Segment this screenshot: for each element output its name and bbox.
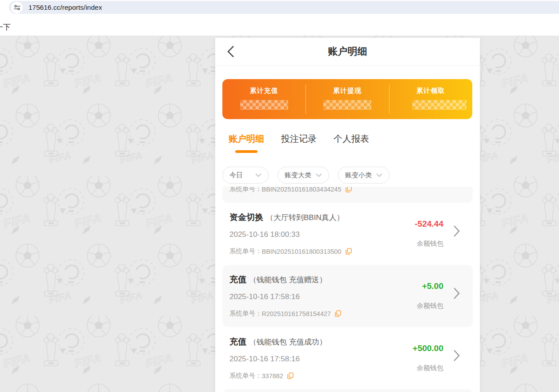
order-number: 337882: [262, 372, 283, 380]
transaction-datetime: 2025-10-16 17:58:16: [229, 292, 300, 301]
report-tabs: 账户明细 投注记录 个人报表: [229, 133, 369, 153]
copy-icon: [287, 372, 294, 379]
filter-label: 账变大类: [285, 171, 311, 180]
summary-card: 累计充值 累计提现 累计领取: [222, 79, 472, 119]
row-detail-button[interactable]: [454, 288, 460, 299]
wallet-label: 余额钱包: [417, 364, 443, 372]
system-order-number: 系统单号：BBIN202510161803434245: [229, 187, 352, 193]
wallet-label: 余额钱包: [417, 302, 443, 310]
copy-button[interactable]: [346, 187, 352, 192]
wallet-label: 余额钱包: [417, 240, 443, 248]
row-detail-button[interactable]: [454, 225, 460, 237]
copy-icon: [346, 248, 352, 255]
system-order-number: 系统单号：BBIN202510161800313500: [229, 247, 352, 256]
transaction-row[interactable]: 充值 （钱能钱包 充值赠送） 2025-10-16 17:58:16 系统单号：…: [222, 265, 473, 327]
order-number: BBIN202510161800313500: [262, 248, 342, 255]
browser-top-bar: 175616.cc/reports/index: [0, 0, 559, 15]
transaction-amount: +5.00: [422, 281, 443, 291]
filter-label: 今日: [229, 171, 243, 180]
copy-button[interactable]: [335, 310, 341, 317]
filter-bar: 今日 账变大类 账变小类: [215, 164, 480, 187]
account-detail-panel: 账户明细 累计充值 累计提现 累计领取 账户明细 投注记录 个人报表 今日 账变…: [215, 38, 480, 392]
blurred-value: [240, 100, 288, 110]
summary-total-claimed: 累计领取: [389, 79, 472, 119]
chevron-right-icon: [454, 350, 460, 361]
summary-label: 累计提现: [333, 87, 362, 95]
transaction-subtitle: （钱能钱包 充值赠送）: [249, 275, 327, 285]
summary-total-withdrawal: 累计提现: [306, 79, 389, 119]
chevron-down-icon: [255, 173, 261, 177]
transaction-datetime: 2025-10-16 18:00:33: [229, 230, 300, 239]
panel-header: 账户明细: [215, 38, 480, 66]
summary-label: 累计领取: [416, 87, 445, 95]
copy-button[interactable]: [287, 372, 294, 379]
tab-account-detail[interactable]: 账户明细: [229, 133, 264, 153]
page-title: 账户明细: [215, 38, 480, 65]
system-order-number: 系统单号：R202510161758154427: [229, 309, 341, 318]
filter-date-select[interactable]: 今日: [222, 167, 269, 184]
blurred-value: [323, 100, 371, 110]
transaction-list[interactable]: 系统单号：BBIN202510161803434245 资金切换 （大厅转到BB…: [215, 187, 480, 392]
filter-label: 账变小类: [345, 171, 372, 180]
copy-button[interactable]: [346, 248, 352, 255]
transaction-type: 充值: [229, 274, 246, 285]
blurred-value: [412, 100, 467, 110]
summary-total-deposit: 累计充值: [222, 79, 306, 119]
summary-label: 累计充值: [250, 87, 278, 95]
copy-icon: [335, 310, 341, 317]
chevron-right-icon: [454, 288, 460, 299]
order-prefix: 系统单号：: [229, 187, 262, 193]
address-bar[interactable]: 175616.cc/reports/index: [9, 1, 559, 14]
transaction-type: 充值: [229, 336, 246, 348]
transaction-amount: -524.44: [415, 219, 443, 229]
transaction-subtitle: （大厅转到BBIN真人）: [266, 212, 344, 223]
transaction-title-line: 资金切换 （大厅转到BBIN真人）: [229, 212, 344, 223]
transaction-row-partial[interactable]: 系统单号：BBIN202510161803434245: [222, 187, 473, 203]
transaction-amount: +500.00: [413, 344, 443, 353]
transaction-row[interactable]: 充值 （钱能钱包 充值成功） 2025-10-16 17:58:16 系统单号：…: [222, 327, 473, 389]
order-prefix: 系统单号：: [229, 372, 262, 380]
transaction-subtitle: （钱能钱包 充值成功）: [249, 337, 327, 347]
site-settings-button[interactable]: [11, 2, 23, 13]
chevron-right-icon: [454, 225, 460, 237]
order-prefix: 系统单号：: [229, 247, 262, 256]
url-text[interactable]: 175616.cc/reports/index: [28, 4, 102, 12]
transaction-title-line: 充值 （钱能钱包 充值成功）: [229, 336, 327, 348]
system-order-number: 系统单号：337882: [229, 372, 294, 380]
transaction-row[interactable]: 资金切换 （大厅转到BBIN真人） 2025-10-16 18:00:33 系统…: [222, 203, 473, 265]
filter-major-category-select[interactable]: 账变大类: [277, 167, 329, 184]
tab-personal-report[interactable]: 个人报表: [334, 133, 369, 153]
clipped-page-text: 一下: [0, 22, 11, 32]
transaction-datetime: 2025-10-16 17:58:16: [229, 355, 300, 364]
chevron-down-icon: [316, 173, 322, 177]
filter-minor-category-select[interactable]: 账变小类: [338, 167, 390, 184]
chevron-down-icon: [376, 173, 382, 177]
tab-bet-records[interactable]: 投注记录: [281, 133, 317, 153]
tune-icon: [14, 5, 20, 10]
copy-icon: [346, 187, 352, 192]
order-prefix: 系统单号：: [229, 309, 262, 318]
transaction-type: 资金切换: [229, 212, 263, 223]
transaction-title-line: 充值 （钱能钱包 充值赠送）: [229, 274, 327, 285]
transaction-row-partial-bottom[interactable]: [222, 389, 473, 392]
row-detail-button[interactable]: [454, 350, 460, 361]
order-number: BBIN202510161803434245: [262, 187, 342, 193]
order-number: R202510161758154427: [262, 310, 331, 317]
